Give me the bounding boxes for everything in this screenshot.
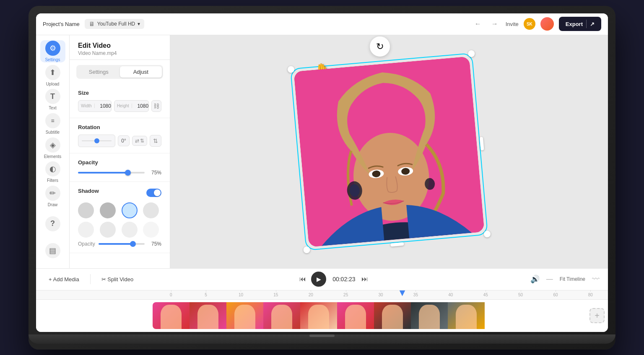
split-video-button[interactable]: ✂ Split Video — [97, 274, 138, 285]
tab-adjust[interactable]: Adjust — [120, 66, 162, 78]
shadow-opacity-row: Opacity 75% — [78, 241, 161, 247]
shadow-color-7[interactable] — [122, 222, 138, 238]
sidebar-item-transcript[interactable]: ▤ — [40, 238, 65, 263]
add-media-button[interactable]: + Add Media — [44, 274, 83, 285]
shadow-color-2[interactable] — [100, 202, 116, 218]
rotation-track — [82, 140, 112, 141]
rotation-row: 0° ⇄ ⇅ ⇅ — [78, 135, 161, 147]
filters-icon: ◐ — [45, 161, 60, 176]
skip-back-button[interactable]: ⏮ — [299, 275, 306, 283]
sidebar-bottom: ? ▤ — [40, 211, 65, 263]
width-label: Width — [78, 104, 95, 108]
rotate-options-button[interactable]: ⇅ — [150, 135, 161, 147]
rotation-section: Rotation 0° ⇄ ⇅ — [70, 118, 170, 153]
fit-minus: — — [546, 275, 553, 283]
help-icon: ? — [45, 216, 60, 231]
export-divider — [586, 20, 587, 28]
sidebar-item-draw[interactable]: ✏ Draw — [40, 185, 65, 208]
sidebar-item-subtitle[interactable]: ≡ Subtitle — [40, 113, 65, 135]
video-frame-container[interactable]: ↻ 🤚 — [301, 64, 477, 240]
thumb-frame-4 — [263, 302, 300, 329]
canvas-content: ↻ 🤚 — [288, 47, 490, 257]
topbar-right: ← → Invite SK Export ↗ — [472, 17, 601, 31]
project-name: Project's Name — [43, 21, 80, 27]
settings-label: Settings — [45, 57, 60, 62]
rotate-handle[interactable]: ↻ — [369, 35, 391, 57]
sidebar-item-text[interactable]: T Text — [40, 88, 65, 111]
sidebar-item-help[interactable]: ? — [40, 211, 65, 236]
ruler-mark-15: 15 — [258, 293, 293, 297]
ruler-mark-45: 45 — [468, 293, 503, 297]
laptop-notch — [309, 334, 335, 337]
height-label: Height — [114, 104, 132, 108]
ruler-mark-10: 10 — [223, 293, 258, 297]
forward-button[interactable]: → — [489, 18, 501, 30]
invite-button[interactable]: Invite — [506, 21, 519, 27]
app: Project's Name 🖥 YouTube Full HD ▾ ← → I… — [36, 13, 608, 332]
playback-controls: ⏮ ▶ 00:02:23 ⏭ — [299, 272, 368, 287]
draw-label: Draw — [48, 202, 57, 207]
ruler-mark-0: 0 — [153, 293, 188, 297]
topbar: Project's Name 🖥 YouTube Full HD ▾ ← → I… — [36, 13, 608, 35]
shadow-color-8[interactable] — [143, 222, 159, 238]
timeline-add-button[interactable]: + — [589, 308, 605, 323]
shadow-color-3[interactable] — [122, 202, 138, 218]
sidebar-item-settings[interactable]: ⚙ Settings — [40, 40, 65, 63]
toggle-knob — [154, 189, 161, 196]
chevron-down-icon: ▾ — [138, 21, 140, 27]
rotation-thumb — [94, 138, 99, 143]
shadow-color-4[interactable] — [143, 202, 159, 218]
transcript-icon: ▤ — [45, 243, 60, 258]
skip-forward-button[interactable]: ⏭ — [361, 275, 368, 283]
export-button[interactable]: Export ↗ — [559, 17, 601, 31]
flip-buttons[interactable]: ⇄ ⇅ — [132, 136, 147, 146]
timeline-tracks: + — [36, 300, 608, 332]
rotation-value: 0° — [118, 135, 130, 146]
ruler-mark-25: 25 — [328, 293, 363, 297]
sidebar-item-filters[interactable]: ◐ Filters — [40, 161, 65, 184]
shadow-opacity-thumb — [130, 241, 136, 247]
handle-right[interactable] — [480, 137, 484, 150]
sidebar-item-upload[interactable]: ⬆ Upload — [40, 64, 65, 87]
width-input[interactable] — [95, 101, 112, 111]
flip-horizontal-icon: ⇄ — [135, 138, 139, 144]
fit-timeline-button[interactable]: Fit Timeline — [560, 276, 585, 282]
panel-header: Edit Video Video Name.mp4 — [70, 35, 170, 60]
opacity-section: Opacity 75% — [70, 153, 170, 182]
handle-bottom[interactable] — [390, 242, 404, 246]
main-area: ⚙ Settings ⬆ Upload T Text ≡ Subtitle — [36, 35, 608, 268]
thumb-frame-7 — [374, 302, 411, 329]
rotation-slider[interactable] — [78, 135, 115, 147]
opacity-value: 75% — [148, 170, 161, 176]
text-icon: T — [45, 89, 60, 104]
waveform-button[interactable]: 〰 — [592, 275, 600, 284]
format-badge[interactable]: 🖥 YouTube Full HD ▾ — [85, 19, 145, 29]
link-proportions-button[interactable]: ⛓ — [151, 100, 161, 112]
shadow-color-6[interactable] — [100, 222, 116, 238]
size-row: Width Height ⛓ — [78, 100, 161, 112]
settings-icon: ⚙ — [45, 41, 60, 56]
video-frame — [293, 56, 484, 247]
height-input[interactable] — [132, 101, 149, 111]
panel-subtitle: Video Name.mp4 — [78, 50, 161, 56]
thumb-frame-2 — [190, 302, 226, 329]
thumb-frame-3 — [226, 302, 263, 329]
tab-settings[interactable]: Settings — [78, 66, 120, 78]
thumb-frame-5 — [300, 302, 337, 329]
shadow-opacity-slider[interactable] — [99, 243, 145, 245]
subtitle-icon: ≡ — [45, 113, 60, 128]
shadow-color-5[interactable] — [78, 222, 94, 238]
tab-row: Settings Adjust — [76, 65, 163, 79]
text-label: Text — [49, 106, 56, 110]
handle-bottom-right[interactable] — [483, 230, 491, 237]
ruler-marks: 0 5 10 15 20 25 30 35 40 45 50 60 80 — [153, 293, 608, 297]
thumb-frame-1 — [153, 302, 190, 329]
back-button[interactable]: ← — [472, 18, 484, 30]
sidebar-item-elements[interactable]: ◈ Elements — [40, 137, 65, 159]
volume-button[interactable]: 🔊 — [530, 275, 540, 284]
play-button[interactable]: ▶ — [311, 272, 326, 287]
shadow-toggle[interactable] — [146, 189, 161, 197]
shadow-opacity-label: Opacity — [78, 241, 95, 247]
opacity-slider[interactable] — [78, 172, 145, 174]
shadow-color-1[interactable] — [78, 202, 94, 218]
